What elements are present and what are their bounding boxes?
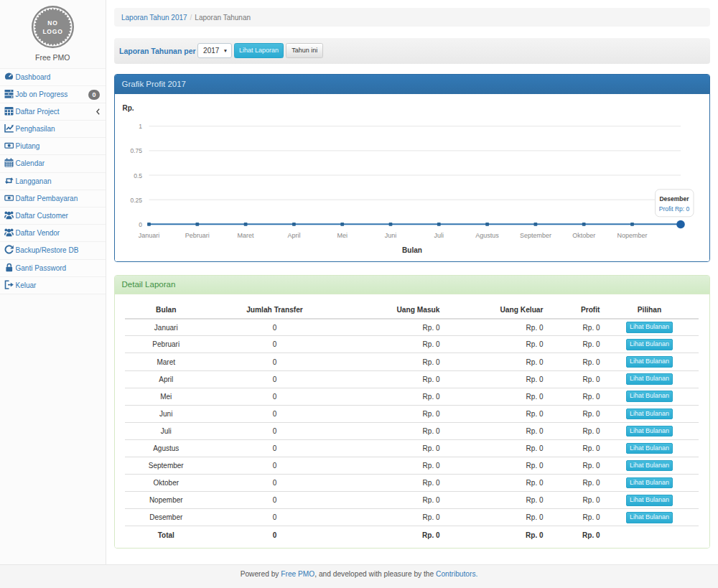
svg-text:0.75: 0.75: [130, 147, 142, 154]
svg-text:0.5: 0.5: [134, 172, 142, 179]
svg-text:LOGO: LOGO: [42, 28, 62, 35]
svg-text:0: 0: [139, 220, 142, 228]
svg-text:Bulan: Bulan: [402, 246, 422, 254]
svg-text:Agustus: Agustus: [475, 232, 499, 239]
svg-text:0.25: 0.25: [130, 196, 142, 203]
svg-text:1: 1: [139, 123, 142, 130]
svg-text:NO: NO: [47, 19, 57, 27]
svg-text:Januari: Januari: [138, 232, 159, 239]
svg-text:Juni: Juni: [384, 232, 396, 239]
svg-text:Desember: Desember: [659, 195, 689, 202]
svg-text:Maret: Maret: [237, 232, 254, 239]
svg-text:Nopember: Nopember: [617, 232, 647, 239]
svg-text:Profit Rp: 0: Profit Rp: 0: [658, 205, 689, 213]
svg-text:Juli: Juli: [434, 232, 444, 239]
svg-text:Oktober: Oktober: [572, 232, 595, 239]
svg-text:September: September: [519, 232, 551, 239]
svg-text:Rp.: Rp.: [122, 103, 134, 111]
svg-text:April: April: [287, 232, 300, 239]
svg-text:Mei: Mei: [337, 232, 348, 239]
svg-text:Pebruari: Pebruari: [185, 232, 209, 239]
